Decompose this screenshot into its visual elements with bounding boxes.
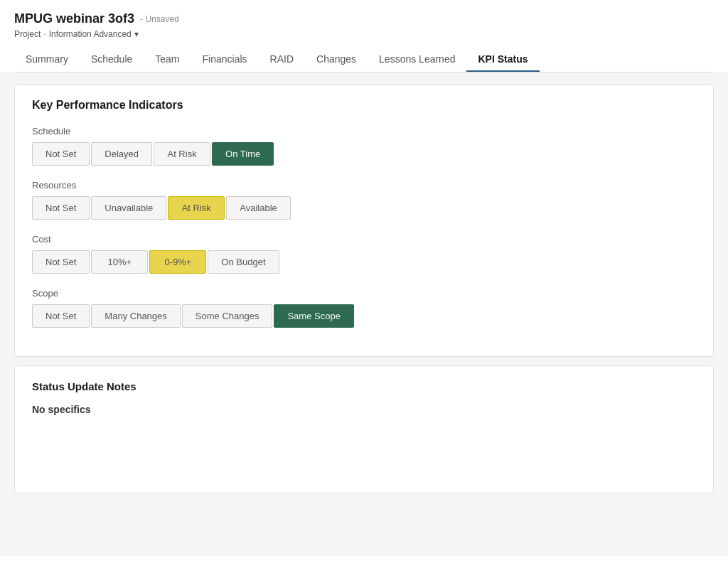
kpi-card-title: Key Performance Indicators (32, 99, 696, 112)
kpi-resources-not-set[interactable]: Not Set (32, 196, 90, 220)
kpi-cost-on-budget[interactable]: On Budget (208, 250, 279, 274)
kpi-scope-not-set[interactable]: Not Set (32, 304, 90, 328)
header: MPUG webinar 3of3 - Unsaved Project · In… (0, 0, 728, 73)
kpi-cost-buttons: Not Set 10%+ 0-9%+ On Budget (32, 250, 696, 274)
unsaved-badge: - Unsaved (140, 14, 179, 24)
kpi-cost-not-set[interactable]: Not Set (32, 250, 90, 274)
kpi-scope-label: Scope (32, 288, 696, 299)
breadcrumb-project: Project (14, 29, 41, 39)
status-notes-card: Status Update Notes No specifics (14, 365, 714, 493)
tab-summary[interactable]: Summary (14, 48, 80, 72)
kpi-scope-buttons: Not Set Many Changes Some Changes Same S… (32, 304, 696, 328)
title-row: MPUG webinar 3of3 - Unsaved (14, 11, 714, 26)
main-content: Key Performance Indicators Schedule Not … (0, 73, 728, 556)
kpi-group-schedule: Schedule Not Set Delayed At Risk On Time (32, 126, 696, 166)
kpi-scope-many-changes[interactable]: Many Changes (91, 304, 180, 328)
app-container: MPUG webinar 3of3 - Unsaved Project · In… (0, 0, 728, 573)
kpi-schedule-at-risk[interactable]: At Risk (154, 142, 210, 166)
kpi-resources-buttons: Not Set Unavailable At Risk Available (32, 196, 696, 220)
tab-team[interactable]: Team (144, 48, 191, 72)
breadcrumb-info: Information Advanced (49, 29, 132, 39)
status-notes-content: No specifics (32, 404, 696, 415)
kpi-resources-available[interactable]: Available (226, 196, 291, 220)
app-title: MPUG webinar 3of3 (14, 11, 134, 26)
kpi-resources-unavailable[interactable]: Unavailable (91, 196, 166, 220)
tab-financials[interactable]: Financials (191, 48, 259, 72)
kpi-group-cost: Cost Not Set 10%+ 0-9%+ On Budget (32, 234, 696, 274)
tab-schedule[interactable]: Schedule (80, 48, 144, 72)
kpi-scope-some-changes[interactable]: Some Changes (182, 304, 273, 328)
kpi-group-resources: Resources Not Set Unavailable At Risk Av… (32, 180, 696, 220)
kpi-group-scope: Scope Not Set Many Changes Some Changes … (32, 288, 696, 328)
kpi-cost-0-9plus[interactable]: 0-9%+ (149, 250, 206, 274)
kpi-cost-label: Cost (32, 234, 696, 245)
kpi-card: Key Performance Indicators Schedule Not … (14, 84, 714, 357)
kpi-cost-10plus[interactable]: 10%+ (91, 250, 148, 274)
tab-raid[interactable]: RAID (259, 48, 305, 72)
nav-tabs: Summary Schedule Team Financials RAID Ch… (14, 48, 714, 73)
tab-changes[interactable]: Changes (305, 48, 368, 72)
tab-lessons-learned[interactable]: Lessons Learned (368, 48, 466, 72)
breadcrumb-separator: · (43, 29, 46, 39)
kpi-resources-at-risk[interactable]: At Risk (168, 196, 225, 220)
kpi-schedule-delayed[interactable]: Delayed (91, 142, 152, 166)
kpi-scope-same-scope[interactable]: Same Scope (274, 304, 353, 328)
status-notes-title: Status Update Notes (32, 380, 696, 392)
kpi-resources-label: Resources (32, 180, 696, 191)
breadcrumb-dropdown-icon[interactable]: ▾ (134, 29, 139, 39)
kpi-schedule-not-set[interactable]: Not Set (32, 142, 90, 166)
kpi-schedule-label: Schedule (32, 126, 696, 136)
kpi-schedule-on-time[interactable]: On Time (212, 142, 274, 166)
kpi-schedule-buttons: Not Set Delayed At Risk On Time (32, 142, 696, 166)
tab-kpi-status[interactable]: KPI Status (466, 48, 539, 72)
breadcrumb: Project · Information Advanced ▾ (14, 29, 714, 39)
